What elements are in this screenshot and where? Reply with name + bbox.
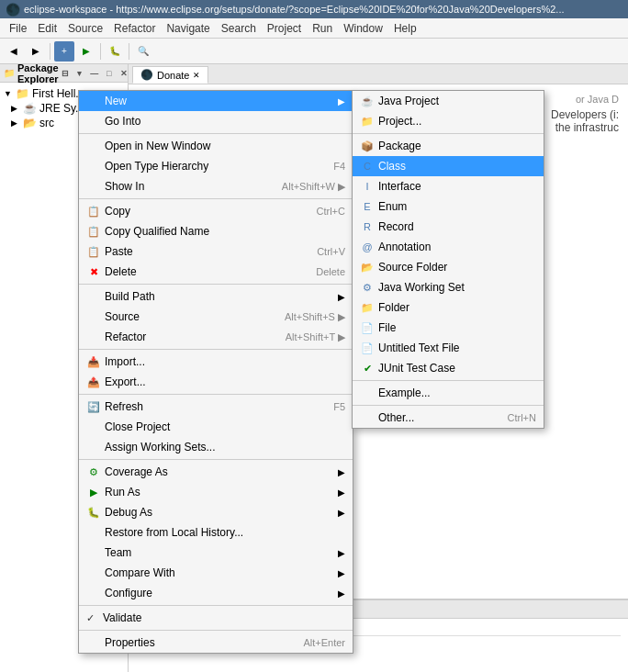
ctx-new[interactable]: New ▶ [79,91,353,111]
ctx-show-in[interactable]: Show In Alt+Shift+W ▶ [79,176,353,196]
donate-tab-close[interactable]: ✕ [193,71,200,80]
ctx-paste[interactable]: 📋 Paste Ctrl+V [79,241,353,262]
sub-java-working-set[interactable]: ⚙ Java Working Set [353,277,544,297]
sub-rec-label: Record [378,220,414,233]
ctx-exp-icon: 📤 [86,375,101,389]
ctx-refresh-shortcut: F5 [333,401,345,412]
ctx-refactor[interactable]: Refactor Alt+Shift+T ▶ [79,327,353,347]
ctx-import[interactable]: 📥 Import... [79,352,353,372]
sub-ex-icon [360,386,375,400]
ctx-copy-qual[interactable]: 📋 Copy Qualified Name [79,221,353,241]
sub-folder[interactable]: 📁 Folder [353,297,544,318]
sub-enum[interactable]: E Enum [353,196,544,217]
ctx-ra-label: Run As [105,486,140,498]
sub-other[interactable]: Other... Ctrl+N [353,408,544,428]
ctx-build-path[interactable]: Build Path ▶ [79,286,353,307]
sub-class[interactable]: C Class [353,156,544,176]
ctx-debug-as[interactable]: 🐛 Debug As ▶ [79,502,353,522]
toolbar-back[interactable]: ◀ [4,41,24,62]
ctx-open-new-window[interactable]: Open in New Window [79,136,353,156]
collapse-all-btn[interactable]: ⊟ [59,67,72,80]
view-menu-btn[interactable]: ▾ [73,67,86,80]
ctx-close-project[interactable]: Close Project [79,417,353,437]
sub-sep-2 [353,380,544,381]
sep-5 [79,394,353,395]
sub-ann-label: Annotation [378,241,431,253]
ctx-configure[interactable]: Configure ▶ [79,583,353,603]
sub-interface[interactable]: I Interface [353,176,544,196]
sub-sf-label: Source Folder [378,261,447,274]
ctx-bp-arrow: ▶ [338,292,345,302]
ctx-team-arrow: ▶ [338,548,345,558]
ctx-ref-icon [86,330,101,344]
expand-arrow: ▼ [4,89,13,98]
ctx-restore-history[interactable]: Restore from Local History... [79,522,353,543]
src-label: src [39,117,54,129]
toolbar-search[interactable]: 🔍 [133,41,153,62]
menu-run[interactable]: Run [307,20,338,37]
ctx-go-into[interactable]: Go Into [79,111,353,131]
menu-search[interactable]: Search [216,20,262,37]
ctx-coverage-as[interactable]: ⚙ Coverage As ▶ [79,462,353,482]
menu-navigate[interactable]: Navigate [161,20,215,37]
sub-junit-test-case[interactable]: ✔ JUnit Test Case [353,358,544,378]
ctx-da-icon: 🐛 [86,505,101,520]
ctx-export[interactable]: 📤 Export... [79,372,353,392]
sub-example[interactable]: Example... [353,383,544,403]
panel-controls: ⊟ ▾ — □ ✕ [59,67,130,80]
sub-record[interactable]: R Record [353,217,544,237]
sub-file[interactable]: 📄 File [353,318,544,338]
ctx-aws-left: Assign Working Sets... [86,440,216,454]
sub-untitled-text-file[interactable]: 📄 Untitled Text File [353,338,544,358]
ctx-new-arrow: ▶ [338,96,345,106]
menu-help[interactable]: Help [388,20,422,37]
package-explorer-icon: 📁 [4,68,15,78]
ctx-refresh[interactable]: 🔄 Refresh F5 [79,397,353,417]
sub-iface-label: Interface [378,180,421,193]
ctx-run-as[interactable]: ▶ Run As ▶ [79,482,353,502]
ctx-paste-shortcut: Ctrl+V [317,246,345,257]
sub-package[interactable]: 📦 Package [353,136,544,156]
ctx-cp-left: Close Project [86,420,170,434]
ctx-compare-with[interactable]: Compare With ▶ [79,563,353,583]
ctx-oth-label: Open Type Hierarchy [105,160,208,173]
maximize-btn[interactable]: □ [103,67,116,80]
tab-donate[interactable]: 🌑 Donate ✕ [132,66,208,84]
minimize-btn[interactable]: — [88,67,101,80]
menu-source[interactable]: Source [62,20,108,37]
sub-oth-shortcut: Ctrl+N [508,412,536,423]
menu-refactor[interactable]: Refactor [108,20,161,37]
ctx-delete[interactable]: ✖ Delete Delete [79,262,353,282]
sub-utf-label: Untitled Text File [378,342,459,354]
menu-file[interactable]: File [4,20,32,37]
toolbar-sep-3 [129,43,129,60]
ctx-copy[interactable]: 📋 Copy Ctrl+C [79,201,353,221]
donate-tab-icon: 🌑 [140,69,153,81]
toolbar-forward[interactable]: ▶ [26,41,46,62]
toolbar-debug[interactable]: 🐛 [105,41,125,62]
ctx-cw-left: Compare With [86,566,175,580]
sub-source-folder[interactable]: 📂 Source Folder [353,257,544,277]
sub-java-project[interactable]: ☕ Java Project [353,91,544,111]
sub-utf-icon: 📄 [360,341,375,355]
ctx-si-label: Show In [105,180,144,193]
sep-4 [79,349,353,350]
ctx-source[interactable]: Source Alt+Shift+S ▶ [79,307,353,327]
ctx-ra-arrow: ▶ [338,487,345,498]
ctx-validate[interactable]: ✓ Validate [79,608,353,628]
toolbar-new[interactable]: + [54,41,74,62]
ctx-assign-working-sets[interactable]: Assign Working Sets... [79,437,353,457]
ctx-team[interactable]: Team ▶ [79,543,353,563]
ctx-ref2-left: 🔄 Refresh [86,399,143,414]
sub-project[interactable]: 📁 Project... [353,111,544,131]
ctx-cw-label: Compare With [105,566,175,579]
menu-window[interactable]: Window [338,20,388,37]
ctx-properties[interactable]: Properties Alt+Enter [79,633,353,653]
toolbar: ◀ ▶ + ▶ 🐛 🔍 [0,39,628,64]
sub-annotation[interactable]: @ Annotation [353,237,544,257]
toolbar-run[interactable]: ▶ [76,41,96,62]
ctx-open-type-hier[interactable]: Open Type Hierarchy F4 [79,156,353,176]
menu-edit[interactable]: Edit [32,20,62,37]
menu-project[interactable]: Project [262,20,307,37]
ctx-da-label: Debug As [105,506,152,519]
